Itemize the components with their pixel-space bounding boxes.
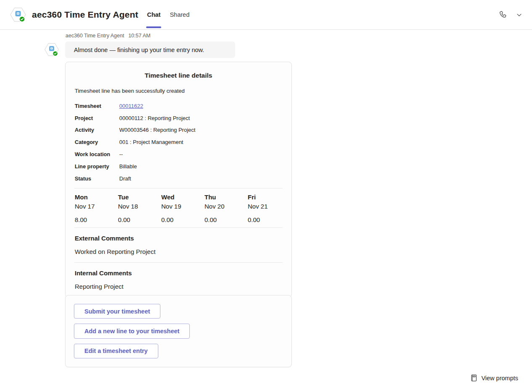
day-name: Tue bbox=[118, 193, 161, 201]
message-sender: aec360 Time Entry Agent bbox=[66, 33, 124, 39]
chat-message-bubble: Almost done — finishing up your time ent… bbox=[65, 42, 235, 58]
day-name: Thu bbox=[204, 193, 248, 201]
day-hours-grid: Mon Nov 17 8.00 Tue Nov 18 0.00 Wed Nov … bbox=[75, 193, 282, 223]
day-name: Wed bbox=[161, 193, 204, 201]
field-label: Line property bbox=[75, 163, 119, 170]
day-name: Mon bbox=[75, 193, 118, 201]
chat-header: aec360 Time Entry Agent Chat Shared bbox=[0, 0, 532, 30]
internal-comments-heading: Internal Comments bbox=[75, 269, 282, 277]
day-hours: 0.00 bbox=[161, 216, 204, 223]
day-column-tue: Tue Nov 18 0.00 bbox=[118, 193, 161, 223]
field-value: W00003546 : Reporting Project bbox=[119, 127, 195, 133]
card-subtitle: Timesheet line has been successfully cre… bbox=[75, 88, 282, 94]
field-row-status: Status Draft bbox=[75, 172, 282, 185]
field-label: Timesheet bbox=[75, 103, 119, 109]
prompt-book-icon bbox=[470, 374, 478, 382]
day-hours: 0.00 bbox=[248, 216, 291, 223]
divider bbox=[74, 262, 283, 263]
chevron-down-icon[interactable] bbox=[514, 9, 524, 20]
day-date: Nov 21 bbox=[248, 203, 291, 210]
field-value: -- bbox=[119, 151, 123, 157]
field-value: Billable bbox=[119, 163, 137, 170]
add-new-line-button[interactable]: Add a new line to your timesheet bbox=[74, 324, 190, 338]
hexagon-bot-avatar-icon bbox=[9, 6, 27, 24]
suggested-actions-card: Submit your timesheet Add a new line to … bbox=[65, 295, 292, 367]
tab-shared[interactable]: Shared bbox=[170, 0, 189, 29]
day-date: Nov 19 bbox=[161, 203, 204, 210]
card-title: Timesheet line details bbox=[75, 72, 282, 79]
header-actions bbox=[497, 9, 524, 20]
message-timestamp: 10:57 AM bbox=[128, 33, 151, 39]
internal-comments-text: Reporting Project bbox=[75, 283, 282, 290]
day-date: Nov 20 bbox=[204, 203, 248, 210]
day-column-mon: Mon Nov 17 8.00 bbox=[75, 193, 118, 223]
view-prompts-button[interactable]: View prompts bbox=[470, 374, 518, 382]
message-avatar bbox=[44, 42, 60, 57]
phone-icon[interactable] bbox=[497, 9, 508, 20]
day-hours: 0.00 bbox=[118, 216, 161, 223]
page-title: aec360 Time Entry Agent bbox=[32, 10, 138, 20]
divider bbox=[74, 227, 283, 228]
field-value: 00000112 : Reporting Project bbox=[119, 115, 190, 121]
day-column-thu: Thu Nov 20 0.00 bbox=[204, 193, 248, 223]
external-comments-text: Worked on Reporting Project bbox=[75, 248, 282, 255]
field-label: Activity bbox=[75, 127, 119, 133]
field-row-category: Category 001 : Project Management bbox=[75, 136, 282, 148]
field-label: Status bbox=[75, 175, 119, 182]
field-label: Work location bbox=[75, 151, 119, 157]
field-value: Draft bbox=[119, 175, 131, 182]
day-column-fri: Fri Nov 21 0.00 bbox=[248, 193, 291, 223]
day-date: Nov 17 bbox=[75, 203, 118, 210]
view-prompts-label: View prompts bbox=[481, 375, 518, 382]
field-row-project: Project 00000112 : Reporting Project bbox=[75, 112, 282, 124]
tab-chat[interactable]: Chat bbox=[147, 0, 160, 29]
day-name: Fri bbox=[248, 193, 291, 201]
header-tabs: Chat Shared bbox=[147, 0, 189, 29]
timesheet-details-card: Timesheet line details Timesheet line ha… bbox=[65, 62, 292, 298]
message-meta: aec360 Time Entry Agent 10:57 AM bbox=[66, 33, 151, 39]
submit-timesheet-button[interactable]: Submit your timesheet bbox=[74, 304, 160, 319]
divider bbox=[74, 188, 283, 188]
day-column-wed: Wed Nov 19 0.00 bbox=[161, 193, 204, 223]
external-comments-heading: External Comments bbox=[75, 235, 282, 242]
day-date: Nov 18 bbox=[118, 203, 161, 210]
field-list: Timesheet 00011622 Project 00000112 : Re… bbox=[75, 100, 282, 185]
field-row-line-property: Line property Billable bbox=[75, 160, 282, 172]
day-hours: 8.00 bbox=[75, 216, 118, 223]
hexagon-bot-avatar-icon bbox=[44, 42, 60, 57]
agent-avatar bbox=[9, 6, 27, 24]
timesheet-link[interactable]: 00011622 bbox=[119, 103, 143, 109]
field-row-work-location: Work location -- bbox=[75, 148, 282, 160]
field-row-timesheet: Timesheet 00011622 bbox=[75, 100, 282, 112]
edit-timesheet-entry-button[interactable]: Edit a timesheet entry bbox=[74, 344, 158, 358]
field-label: Category bbox=[75, 139, 119, 145]
chat-message-text: Almost done — finishing up your time ent… bbox=[74, 47, 204, 53]
field-value: 001 : Project Management bbox=[119, 139, 183, 145]
day-hours: 0.00 bbox=[204, 216, 248, 223]
field-row-activity: Activity W00003546 : Reporting Project bbox=[75, 124, 282, 136]
field-label: Project bbox=[75, 115, 119, 121]
teams-chat-window: aec360 Time Entry Agent Chat Shared aec3… bbox=[0, 0, 532, 392]
